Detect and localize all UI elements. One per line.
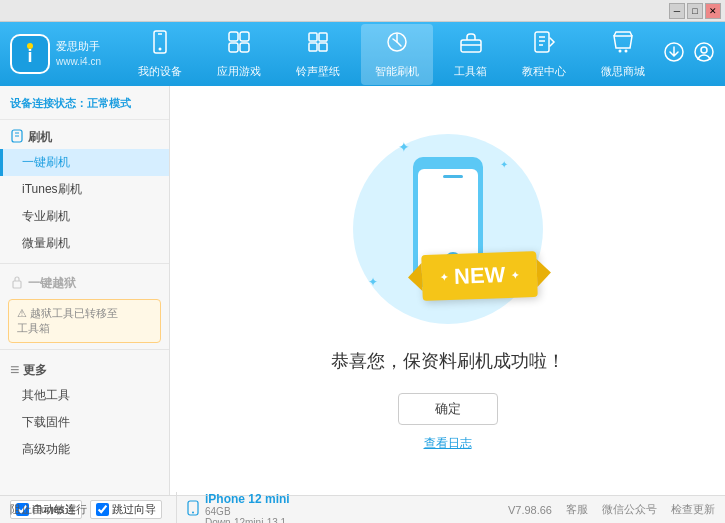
svg-rect-17 bbox=[535, 32, 549, 52]
nav-toolbox-label: 工具箱 bbox=[454, 64, 487, 79]
ribbon-right bbox=[537, 259, 552, 287]
svg-rect-8 bbox=[229, 43, 238, 52]
sidebar: 设备连接状态：正常模式 刷机 一键刷机 iTunes刷机 专业刷机 微量刷机 bbox=[0, 86, 170, 495]
ribbon-left bbox=[408, 263, 423, 291]
sidebar-item-download-firmware[interactable]: 下载固件 bbox=[0, 409, 169, 436]
sidebar-item-other-tools[interactable]: 其他工具 bbox=[0, 382, 169, 409]
nav-store-label: 微思商城 bbox=[601, 64, 645, 79]
sparkle-1: ✦ bbox=[398, 139, 410, 155]
close-button[interactable]: ✕ bbox=[705, 3, 721, 19]
connection-status: 设备连接状态：正常模式 bbox=[0, 92, 169, 120]
divider-1 bbox=[0, 263, 169, 264]
svg-point-28 bbox=[192, 512, 194, 514]
device-info: iPhone 12 mini 64GB Down-12mini-13,1 bbox=[176, 492, 290, 524]
logo-text: 爱思助手 www.i4.cn bbox=[56, 39, 101, 68]
svg-point-22 bbox=[701, 47, 707, 53]
more-icon: ≡ bbox=[10, 361, 19, 379]
sidebar-group-jailbreak: 一键越狱 bbox=[0, 270, 169, 295]
sidebar-item-itunes-flash[interactable]: iTunes刷机 bbox=[0, 176, 169, 203]
success-message: 恭喜您，保资料刷机成功啦！ bbox=[331, 349, 565, 373]
svg-rect-10 bbox=[309, 33, 317, 41]
svg-point-19 bbox=[625, 49, 628, 52]
tutorial-icon bbox=[532, 30, 556, 60]
sparkle-3: ✦ bbox=[368, 275, 378, 289]
svg-rect-15 bbox=[461, 40, 481, 52]
svg-point-5 bbox=[158, 47, 161, 50]
svg-rect-12 bbox=[309, 43, 317, 51]
flash-group-icon bbox=[10, 129, 24, 146]
maximize-button[interactable]: □ bbox=[687, 3, 703, 19]
sidebar-item-downgrade-flash[interactable]: 微量刷机 bbox=[0, 230, 169, 257]
nav-flash-label: 智能刷机 bbox=[375, 64, 419, 79]
store-icon bbox=[611, 30, 635, 60]
lock-icon bbox=[10, 275, 24, 292]
nav-bar: i 爱思助手 www.i4.cn 我的设备 bbox=[0, 22, 725, 86]
phone-speaker bbox=[443, 175, 463, 178]
user-button[interactable] bbox=[693, 41, 715, 68]
nav-tutorial[interactable]: 教程中心 bbox=[508, 24, 580, 85]
wechat-link[interactable]: 微信公众号 bbox=[602, 502, 657, 517]
ringtone-icon bbox=[306, 30, 330, 60]
window-controls[interactable]: ─ □ ✕ bbox=[669, 3, 721, 19]
device-icon bbox=[148, 30, 172, 60]
device-name: iPhone 12 mini bbox=[205, 492, 290, 506]
app-icon bbox=[227, 30, 251, 60]
title-bar: ─ □ ✕ bbox=[0, 0, 725, 22]
nav-app-game[interactable]: 应用游戏 bbox=[203, 24, 275, 85]
minimize-button[interactable]: ─ bbox=[669, 3, 685, 19]
toolbox-icon bbox=[459, 30, 483, 60]
flash-icon bbox=[385, 30, 409, 60]
content-area: ✦ ✦ ✦ ✦ NEW ✦ 恭喜您，保资料刷机成功啦！ 确定 查看日志 bbox=[170, 86, 725, 495]
version-text: V7.98.66 bbox=[508, 504, 552, 516]
itunes-status: 阻止iTunes运行 bbox=[10, 502, 87, 517]
confirm-button[interactable]: 确定 bbox=[398, 393, 498, 425]
new-ribbon: ✦ NEW ✦ bbox=[422, 253, 537, 299]
ribbon-shape: ✦ NEW ✦ bbox=[421, 251, 538, 301]
nav-store[interactable]: 微思商城 bbox=[587, 24, 659, 85]
divider-2 bbox=[0, 349, 169, 350]
nav-ringtone-label: 铃声壁纸 bbox=[296, 64, 340, 79]
customer-service-link[interactable]: 客服 bbox=[566, 502, 588, 517]
svg-rect-26 bbox=[13, 281, 21, 288]
main-area: 设备连接状态：正常模式 刷机 一键刷机 iTunes刷机 专业刷机 微量刷机 bbox=[0, 86, 725, 495]
svg-rect-11 bbox=[319, 33, 327, 41]
svg-rect-9 bbox=[240, 43, 249, 52]
device-phone-icon bbox=[187, 500, 199, 519]
svg-point-2 bbox=[27, 43, 33, 49]
nav-app-label: 应用游戏 bbox=[217, 64, 261, 79]
svg-rect-13 bbox=[319, 43, 327, 51]
notice-text: 越狱工具已转移至工具箱 bbox=[17, 307, 118, 334]
view-log-link[interactable]: 查看日志 bbox=[424, 435, 472, 452]
sidebar-item-pro-flash[interactable]: 专业刷机 bbox=[0, 203, 169, 230]
nav-my-device[interactable]: 我的设备 bbox=[124, 24, 196, 85]
skip-wizard-input[interactable] bbox=[96, 503, 109, 516]
nav-ringtone[interactable]: 铃声壁纸 bbox=[282, 24, 354, 85]
svg-rect-7 bbox=[240, 32, 249, 41]
jailbreak-notice: ⚠ 越狱工具已转移至工具箱 bbox=[8, 299, 161, 343]
nav-items: 我的设备 应用游戏 铃声壁纸 bbox=[120, 24, 663, 85]
sidebar-group-more: ≡ 更多 bbox=[0, 356, 169, 382]
svg-rect-6 bbox=[229, 32, 238, 41]
bottom-bar: 自动敏连 跳过向导 iPhone 12 mini 64GB Down-12min… bbox=[0, 495, 725, 523]
new-label: NEW bbox=[454, 262, 506, 290]
device-storage: 64GB bbox=[205, 506, 290, 517]
device-model: Down-12mini-13,1 bbox=[205, 517, 290, 524]
nav-smart-flash[interactable]: 智能刷机 bbox=[361, 24, 433, 85]
skip-wizard-checkbox[interactable]: 跳过向导 bbox=[90, 500, 162, 519]
nav-toolbox[interactable]: 工具箱 bbox=[440, 24, 501, 85]
check-update-link[interactable]: 检查更新 bbox=[671, 502, 715, 517]
logo-icon: i bbox=[10, 34, 50, 74]
nav-right-buttons bbox=[663, 41, 715, 68]
sidebar-group-flash: 刷机 bbox=[0, 124, 169, 149]
nav-tutorial-label: 教程中心 bbox=[522, 64, 566, 79]
sparkle-2: ✦ bbox=[500, 159, 508, 170]
nav-my-device-label: 我的设备 bbox=[138, 64, 182, 79]
logo-area: i 爱思助手 www.i4.cn bbox=[10, 34, 110, 74]
download-button[interactable] bbox=[663, 41, 685, 68]
notice-icon: ⚠ bbox=[17, 307, 30, 319]
sidebar-item-advanced[interactable]: 高级功能 bbox=[0, 436, 169, 463]
sidebar-item-one-key-flash[interactable]: 一键刷机 bbox=[0, 149, 169, 176]
bottom-right: V7.98.66 客服 微信公众号 检查更新 bbox=[508, 502, 715, 517]
svg-point-18 bbox=[619, 49, 622, 52]
success-illustration: ✦ ✦ ✦ ✦ NEW ✦ bbox=[338, 129, 558, 329]
